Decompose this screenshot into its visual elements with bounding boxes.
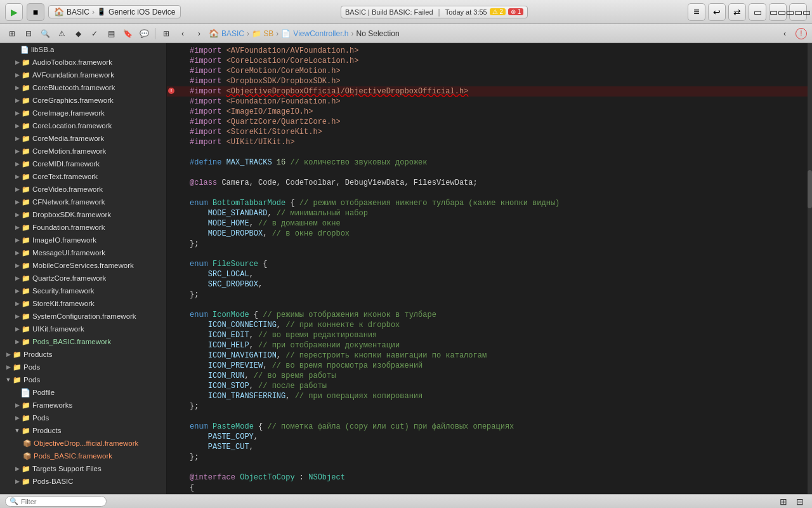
prev-issue[interactable]: ‹ (778, 27, 792, 41)
report-btn[interactable]: ▤ (104, 27, 118, 41)
sidebar-item-pods-expanded[interactable]: ▼ 📁 Pods (0, 373, 166, 386)
list-item[interactable]: ▶ 📁 CoreText.framework (0, 170, 166, 183)
code-content: #import <AVFoundation/AVFoundation.h> #i… (167, 43, 812, 494)
sidebar-item-label: Podfile (32, 389, 55, 396)
list-item[interactable]: ▶ 📁 AudioToolbox.framework (0, 56, 166, 69)
framework-icon: 📁 (22, 312, 30, 321)
layout-split[interactable]: ▭▭ (769, 3, 787, 21)
editor-scrollbar-thumb[interactable] (808, 170, 812, 208)
list-item[interactable]: ▶ 📁 CoreMedia.framework (0, 132, 166, 145)
breakpoint-btn[interactable]: ◆ (71, 27, 85, 41)
list-item[interactable]: ▶ 📁 MessageUI.framework (0, 246, 166, 259)
sidebar-item-label: Products (32, 427, 61, 434)
chat-btn[interactable]: 💬 (137, 27, 151, 41)
list-item[interactable]: ▶ 📁 CoreGraphics.framework (0, 94, 166, 107)
list-item[interactable]: 📦 ObjectiveDrop...fficial.framework (0, 437, 166, 450)
list-item[interactable]: ▶ 📁 AVFoundation.framework (0, 69, 166, 81)
list-item[interactable]: ▶ 📁 CoreBluetooth.framework (0, 81, 166, 94)
stop-button[interactable]: ■ (27, 3, 44, 21)
bookmark-btn[interactable]: 🔖 (121, 27, 134, 41)
warning-btn[interactable]: ⚠ (55, 27, 69, 41)
collapse-arrow: ▶ (13, 110, 22, 116)
collapse-arrow: ▶ (4, 351, 13, 358)
sidebar-item-label: AudioToolbox.framework (32, 58, 112, 66)
list-item[interactable]: ▶ 📁 MobileCoreServices.framework (0, 259, 166, 272)
framework-icon: 📁 (22, 262, 30, 270)
list-item[interactable]: ▶ 📁 Frameworks (0, 399, 166, 411)
collapse-arrow: ▶ (13, 186, 22, 192)
collapse-arrow: ▶ (13, 135, 22, 142)
filter-search-box[interactable]: 🔍 (5, 496, 107, 507)
list-item[interactable]: ▶ 📁 Pods (0, 411, 166, 424)
code-line: #import <DropboxSDK/DropboxSDK.h> (167, 76, 812, 86)
bottom-toggle-btn[interactable]: ⊞ (776, 495, 790, 509)
list-item[interactable]: ▶ 📁 CoreVideo.framework (0, 183, 166, 196)
code-line: #define MAX_TRACKS 16 // количество звук… (167, 157, 812, 168)
framework-icon: 📦 (23, 439, 32, 448)
code-line: ICON_STOP, // после работы (167, 381, 812, 391)
framework-icon: 📁 (22, 300, 30, 308)
list-item[interactable]: 📦 Pods_BASIC.framework (0, 450, 166, 462)
folder-icon: 📁 (22, 478, 30, 486)
sidebar-toggle2[interactable]: ⊟ (22, 27, 36, 41)
code-editor[interactable]: #import <AVFoundation/AVFoundation.h> #i… (167, 43, 812, 494)
layout-single[interactable]: ▭ (749, 3, 766, 21)
sidebar-item-products-inner[interactable]: ▼ 📁 Products (0, 424, 166, 437)
layout-btn-3[interactable]: ⇄ (728, 3, 746, 21)
sidebar-item-label: MessageUI.framework (32, 249, 105, 257)
sidebar-toggle[interactable]: ⊞ (5, 27, 19, 41)
framework-icon: 📁 (22, 84, 30, 92)
sidebar-item-label: ObjectiveDrop...fficial.framework (34, 439, 138, 447)
nav-sep1: › (247, 29, 249, 38)
list-item[interactable]: ▶ 📁 StoreKit.framework (0, 297, 166, 310)
collapse-arrow: ▶ (13, 465, 22, 472)
list-item[interactable]: ▶ 📁 Targets Support Files (0, 462, 166, 475)
sidebar-item-security-framework[interactable]: ▶ 📁 Security.framework (0, 284, 166, 297)
list-item[interactable]: 📄 Podfile (0, 386, 166, 399)
next-issue[interactable]: ! (796, 28, 807, 39)
file-nav-path: ⊞ ‹ › 🏠 BASIC › 📁 SB › 📄 ViewController.… (159, 27, 400, 41)
sidebar-item-products-top[interactable]: ▶ 📁 Products (0, 348, 166, 361)
list-item[interactable]: ▶ 📁 SystemConfiguration.framework (0, 310, 166, 323)
list-item[interactable]: ▶ 📁 ImageIO.framework (0, 234, 166, 246)
list-item[interactable]: ▶ 📁 QuartzCore.framework (0, 272, 166, 284)
list-item[interactable]: ▶ 📁 CFNetwork.framework (0, 196, 166, 208)
sidebar-item-label: AVFoundation.framework (32, 71, 114, 79)
code-line: enum IconMode { // режимы отображения ик… (167, 310, 812, 320)
layout-triple[interactable]: ▭▭▭ (789, 3, 807, 21)
grid-btn[interactable]: ⊞ (159, 27, 173, 41)
forward-btn[interactable]: › (192, 27, 206, 41)
list-item[interactable]: ▶ 📁 DropboxSDK.framework (0, 208, 166, 221)
code-line: MODE_STANDARD, // минимальный набор (167, 208, 812, 218)
layout-btn-2[interactable]: ↩ (708, 3, 726, 21)
code-line: }; (167, 239, 812, 249)
list-item[interactable]: ▶ 📁 Pods-BASIC (0, 475, 166, 488)
list-item[interactable]: ▶ 📁 CoreMotion.framework (0, 145, 166, 157)
sidebar-item-label: libSB.a (31, 46, 54, 53)
list-item[interactable]: ▶ 📁 Pods (0, 361, 166, 373)
sidebar-item-label: CoreMotion.framework (32, 147, 106, 155)
framework-icon: 📁 (22, 147, 30, 156)
list-item[interactable]: ▶ 📁 CoreLocation.framework (0, 119, 166, 132)
code-line: ICON_RUN, // во время работы (167, 371, 812, 381)
collapse-arrow: ▶ (13, 148, 22, 154)
list-item[interactable]: ▶ 📁 CoreImage.framework (0, 107, 166, 119)
back-btn[interactable]: ‹ (176, 27, 190, 41)
list-item[interactable]: ▶ 📁 UIKit.framework (0, 323, 166, 335)
build-time: Today at 3:55 (445, 8, 487, 16)
framework-icon: 📁 (22, 325, 30, 333)
play-button[interactable]: ▶ (5, 3, 23, 21)
test-btn[interactable]: ✓ (88, 27, 102, 41)
list-item[interactable]: 📄 libSB.a (0, 43, 166, 56)
search-btn[interactable]: 🔍 (38, 27, 52, 41)
nav-file-icon: 📄 (281, 29, 291, 38)
layout-btn-1[interactable]: ≡ (688, 3, 705, 21)
sidebar-item-label: StoreKit.framework (32, 300, 95, 307)
list-item[interactable]: ▶ 📁 Pods_BASIC.framework (0, 335, 166, 348)
sidebar-item-foundation-framework[interactable]: ▶ 📁 Foundation.framework (0, 221, 166, 234)
filter-input[interactable] (21, 498, 97, 505)
code-line: @public (167, 493, 812, 494)
bottom-expand-btn[interactable]: ⊟ (793, 495, 807, 509)
project-breadcrumb[interactable]: 🏠 BASIC › 📱 Generic iOS Device (48, 5, 181, 18)
list-item[interactable]: ▶ 📁 CoreMIDI.framework (0, 157, 166, 170)
